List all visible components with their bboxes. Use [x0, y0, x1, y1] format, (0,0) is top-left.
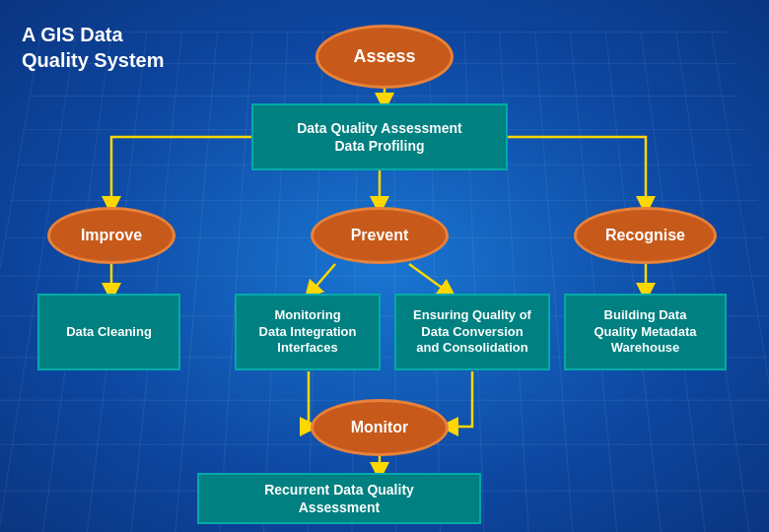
- recognise-oval: Recognise: [574, 207, 717, 264]
- dqa-box: Data Quality AssessmentData Profiling: [251, 103, 508, 170]
- monitoring-box: MonitoringData IntegrationInterfaces: [235, 294, 381, 370]
- recurrent-box: Recurrent Data QualityAssessment: [197, 473, 481, 524]
- prevent-label: Prevent: [351, 227, 409, 244]
- monitor-label: Monitor: [351, 419, 409, 436]
- monitoring-label: MonitoringData IntegrationInterfaces: [259, 307, 357, 358]
- ensuring-box: Ensuring Quality ofData Conversionand Co…: [394, 294, 550, 370]
- improve-oval: Improve: [47, 207, 175, 264]
- improve-label: Improve: [81, 227, 142, 244]
- ensuring-label: Ensuring Quality ofData Conversionand Co…: [413, 307, 531, 358]
- building-label: Building DataQuality MetadataWarehouse: [594, 307, 696, 358]
- page-title: A GIS Data Quality System: [22, 22, 165, 73]
- assess-label: Assess: [353, 46, 415, 67]
- recognise-label: Recognise: [605, 227, 685, 244]
- title-line2: Quality System: [22, 49, 165, 71]
- building-box: Building DataQuality MetadataWarehouse: [564, 294, 727, 370]
- cleaning-label: Data Cleaning: [66, 324, 152, 341]
- dqa-label: Data Quality AssessmentData Profiling: [297, 119, 462, 155]
- cleaning-box: Data Cleaning: [37, 294, 180, 370]
- title-line1: A GIS Data: [22, 24, 123, 45]
- prevent-oval: Prevent: [311, 207, 449, 264]
- monitor-oval: Monitor: [311, 399, 449, 456]
- assess-oval: Assess: [315, 25, 454, 89]
- recurrent-label: Recurrent Data QualityAssessment: [264, 481, 414, 516]
